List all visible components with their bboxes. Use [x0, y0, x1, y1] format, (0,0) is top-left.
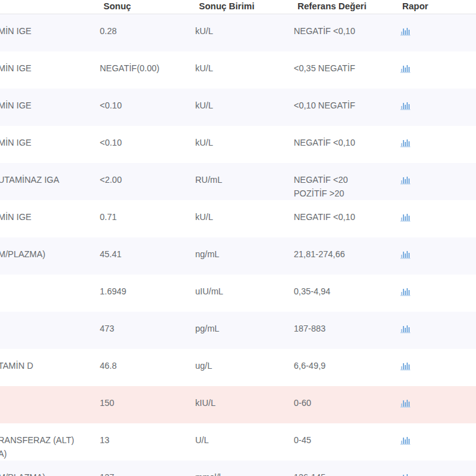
reference-value-cell-line: 6,6-49,9	[294, 359, 399, 372]
reference-value-cell-line: 0,35-4,94	[294, 284, 399, 298]
result-value-cell: 0.28	[100, 14, 195, 38]
unit-cell: kU/L	[195, 200, 294, 224]
test-name-cell-line: TAMİN D	[0, 359, 100, 372]
test-name-cell: MİN IGE	[0, 200, 100, 224]
report-chart-button[interactable]	[400, 473, 411, 476]
test-name-cell: TAMİN D	[0, 349, 100, 372]
unit-cell: mmol/l	[195, 461, 294, 476]
result-row: M/PLAZMA)45.41ng/mL21,81-274,66	[0, 237, 476, 275]
unit-cell: ng/mL	[195, 237, 294, 261]
reference-value-cell: 0,35-4,94	[294, 275, 399, 298]
result-row: TAMİN D46.8ug/L6,6-49,9	[0, 349, 476, 386]
result-row: MİN IGE<0.10kU/L<0,10 NEGATİF	[0, 89, 476, 126]
report-chart-button[interactable]	[400, 64, 411, 73]
report-cell	[399, 461, 476, 476]
test-name-cell-line: MİN IGE	[0, 99, 100, 112]
test-name-cell: RANSFERAZ (ALT)A)	[0, 423, 100, 461]
reference-value-cell-line: NEGATİF <0,10	[294, 24, 399, 38]
column-header-report: Rapor	[399, 0, 476, 14]
bar-chart-icon	[400, 399, 411, 408]
report-cell	[399, 200, 476, 226]
unit-cell: uIU/mL	[195, 275, 294, 298]
bar-chart-icon	[400, 324, 411, 333]
reference-value-cell: <0,10 NEGATİF	[294, 89, 399, 112]
test-name-cell	[0, 275, 100, 284]
test-name-cell-line: A)	[0, 447, 100, 461]
unit-cell: kU/L	[195, 126, 294, 149]
report-chart-button[interactable]	[400, 361, 411, 371]
bar-chart-icon	[400, 138, 411, 148]
report-chart-button[interactable]	[400, 175, 411, 185]
report-cell	[399, 163, 476, 188]
test-name-cell-line: MİN IGE	[0, 24, 100, 38]
reference-value-cell: NEGATİF <20POZİTİF >20	[294, 163, 399, 200]
reference-value-cell: 136-145	[294, 461, 399, 476]
bar-chart-icon	[400, 64, 411, 73]
report-cell	[399, 386, 476, 412]
report-cell	[399, 275, 476, 300]
test-name-cell	[0, 386, 100, 396]
result-row: MİN IGE0.71kU/LNEGATIF <0,10	[0, 200, 476, 237]
reference-value-cell: 0-60	[294, 386, 399, 410]
unit-cell: kIU/L	[195, 386, 294, 410]
reference-value-cell: 0-45	[294, 423, 399, 447]
reference-value-cell-line: 187-883	[294, 322, 399, 335]
unit-cell: U/L	[195, 423, 294, 447]
result-value-cell: 46.8	[100, 349, 195, 372]
reference-value-cell: NEGATİF <0,10	[294, 14, 399, 38]
unit-cell: pg/mL	[195, 312, 294, 335]
report-chart-button[interactable]	[400, 250, 411, 259]
bar-chart-icon	[400, 473, 411, 476]
report-cell	[399, 312, 476, 337]
result-row: MİN IGE0.28kU/LNEGATİF <0,10	[0, 14, 476, 51]
bar-chart-icon	[400, 250, 411, 259]
test-name-cell: M/PLAZMA)	[0, 461, 100, 476]
unit-cell: kU/L	[195, 14, 294, 38]
bar-chart-icon	[400, 436, 411, 445]
report-cell	[399, 237, 476, 263]
test-name-cell-line: RANSFERAZ (ALT)	[0, 433, 100, 447]
test-name-cell-line: M/PLAZMA)	[0, 247, 100, 261]
table-header-row: Sonuç Sonuç Birimi Referans Değeri Rapor	[0, 0, 476, 14]
report-cell	[399, 423, 476, 449]
result-row: M/PLAZMA)137mmol/l136-145	[0, 461, 476, 476]
test-name-cell: MİN IGE	[0, 126, 100, 149]
test-name-cell	[0, 312, 100, 322]
report-chart-button[interactable]	[400, 101, 411, 110]
result-value-cell: 45.41	[100, 237, 195, 261]
result-value-cell: 473	[100, 312, 195, 335]
report-chart-button[interactable]	[400, 27, 411, 36]
unit-cell: kU/L	[195, 51, 294, 75]
test-name-cell: UTAMİNAZ IGA	[0, 163, 100, 187]
test-name-cell: MİN IGE	[0, 51, 100, 75]
result-value-cell: 0.71	[100, 200, 195, 224]
bar-chart-icon	[400, 287, 411, 296]
test-name-cell-line: MİN IGE	[0, 210, 100, 224]
result-row: 1.6949uIU/mL0,35-4,94	[0, 275, 476, 312]
test-name-cell: MİN IGE	[0, 89, 100, 112]
table-body: MİN IGE0.28kU/LNEGATİF <0,10 MİN IGENEGA…	[0, 14, 476, 476]
report-chart-button[interactable]	[400, 138, 411, 148]
reference-value-cell-line: POZİTİF >20	[294, 187, 399, 200]
reference-value-cell-line: 21,81-274,66	[294, 247, 399, 261]
report-cell	[399, 126, 476, 151]
report-chart-button[interactable]	[400, 213, 411, 222]
reference-value-cell: NEGATIF <0,10	[294, 200, 399, 224]
column-header-test-name	[0, 0, 100, 14]
result-value-cell: <0.10	[100, 126, 195, 149]
test-name-cell-line: MİN IGE	[0, 61, 100, 75]
reference-value-cell-line: 0-45	[294, 433, 399, 447]
report-chart-button[interactable]	[400, 436, 411, 445]
reference-value-cell-line: <0,10 NEGATİF	[294, 99, 399, 112]
report-cell	[399, 349, 476, 374]
test-name-cell: MİN IGE	[0, 14, 100, 38]
result-value-cell: 1.6949	[100, 275, 195, 298]
reference-value-cell-line: <0,35 NEGATİF	[294, 61, 399, 75]
report-cell	[399, 89, 476, 114]
reference-value-cell-line: NEGATİF <20	[294, 173, 399, 187]
report-chart-button[interactable]	[400, 287, 411, 296]
column-header-reference: Referans Değeri	[294, 0, 399, 14]
test-name-cell-line: MİN IGE	[0, 136, 100, 149]
report-chart-button[interactable]	[400, 324, 411, 333]
report-chart-button[interactable]	[400, 399, 411, 408]
